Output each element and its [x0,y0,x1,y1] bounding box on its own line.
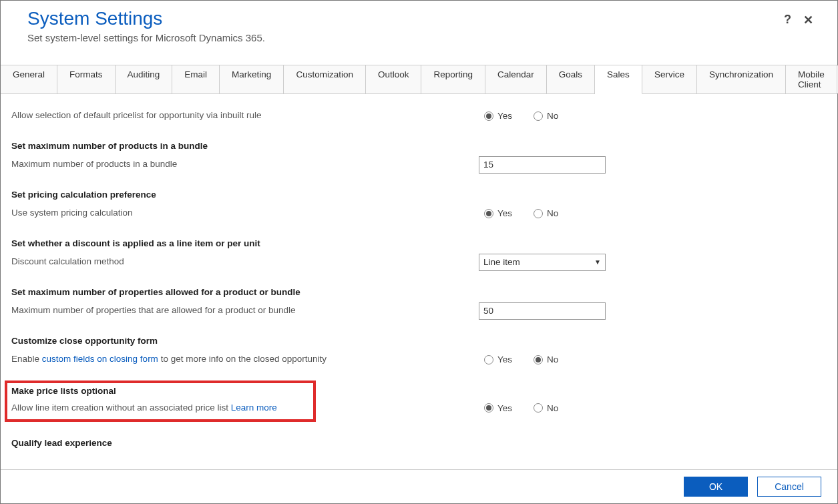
tab-marketing[interactable]: Marketing [220,65,284,93]
link-custom-fields[interactable]: custom fields on closing form [42,354,158,364]
page-title: System Settings [27,9,784,29]
tab-general[interactable]: General [1,65,57,93]
radio-price-lists-optional[interactable]: Yes No [479,403,558,413]
section-title-default-pricelist: Set whether the default pricelist for an… [11,94,827,102]
dialog-footer: OK Cancel [1,469,837,503]
select-discount-method[interactable]: Line item ▼ [479,254,606,271]
radio-icon[interactable] [534,209,543,218]
section-title-max-props: Set maximum number of properties allowed… [11,287,827,297]
label-pricing-pref: Use system pricing calculation [11,206,479,220]
close-icon[interactable]: ✕ [803,13,813,27]
tab-outlook[interactable]: Outlook [366,65,422,93]
highlight-price-lists-optional: Make price lists optional Allow line ite… [5,381,316,422]
label-max-props: Maximum number of properties that are al… [11,304,479,318]
help-icon[interactable]: ? [784,13,791,27]
tab-customization[interactable]: Customization [284,65,366,93]
chevron-down-icon: ▼ [594,258,601,266]
radio-icon[interactable] [534,403,543,413]
cancel-button[interactable]: Cancel [757,477,821,497]
label-default-pricelist: Allow selection of default pricelist for… [11,109,479,123]
section-title-max-bundle: Set maximum number of products in a bund… [11,141,827,151]
radio-default-pricelist[interactable]: Yes No [479,111,558,121]
tab-goals[interactable]: Goals [547,65,595,93]
radio-pricing-pref[interactable]: Yes No [479,208,558,218]
link-learn-more[interactable]: Learn more [231,403,277,413]
radio-icon[interactable] [484,403,493,413]
section-title-close-opp: Customize close opportunity form [11,336,827,346]
radio-icon[interactable] [534,111,543,121]
tab-sales[interactable]: Sales [595,65,642,94]
tab-synchronization[interactable]: Synchronization [697,65,786,93]
radio-icon[interactable] [484,111,493,121]
label-close-opp: Enable custom fields on closing form to … [11,352,479,366]
section-title-discount: Set whether a discount is applied as a l… [11,238,827,248]
label-discount: Discount calculation method [11,255,479,269]
ok-button[interactable]: OK [684,477,748,497]
system-settings-dialog: System Settings Set system-level setting… [0,0,838,504]
tab-email[interactable]: Email [172,65,220,93]
radio-icon[interactable] [484,355,493,364]
page-subtitle: Set system-level settings for Microsoft … [27,32,784,43]
section-title-pricing-pref: Set pricing calculation preference [11,190,827,200]
radio-close-opp[interactable]: Yes No [479,354,558,364]
section-title-price-lists-optional: Make price lists optional [11,386,309,396]
input-max-bundle[interactable] [479,156,606,174]
label-price-lists-optional: Allow line item creation without an asso… [11,401,309,415]
tab-reporting[interactable]: Reporting [421,65,485,93]
radio-icon[interactable] [534,355,543,364]
section-title-qualify-lead: Qualify lead experience [11,438,827,448]
header: System Settings Set system-level setting… [1,1,837,65]
tab-service[interactable]: Service [642,65,697,93]
label-max-bundle: Maximum number of products in a bundle [11,158,479,172]
tab-auditing[interactable]: Auditing [116,65,173,93]
radio-icon[interactable] [484,209,493,218]
tab-formats[interactable]: Formats [57,65,116,93]
tab-bar: GeneralFormatsAuditingEmailMarketingCust… [1,65,837,94]
settings-scroll-area[interactable]: Set whether the default pricelist for an… [1,94,837,469]
input-max-props[interactable] [479,302,606,320]
tab-calendar[interactable]: Calendar [485,65,547,93]
tab-mobile-client[interactable]: Mobile Client [786,65,837,93]
